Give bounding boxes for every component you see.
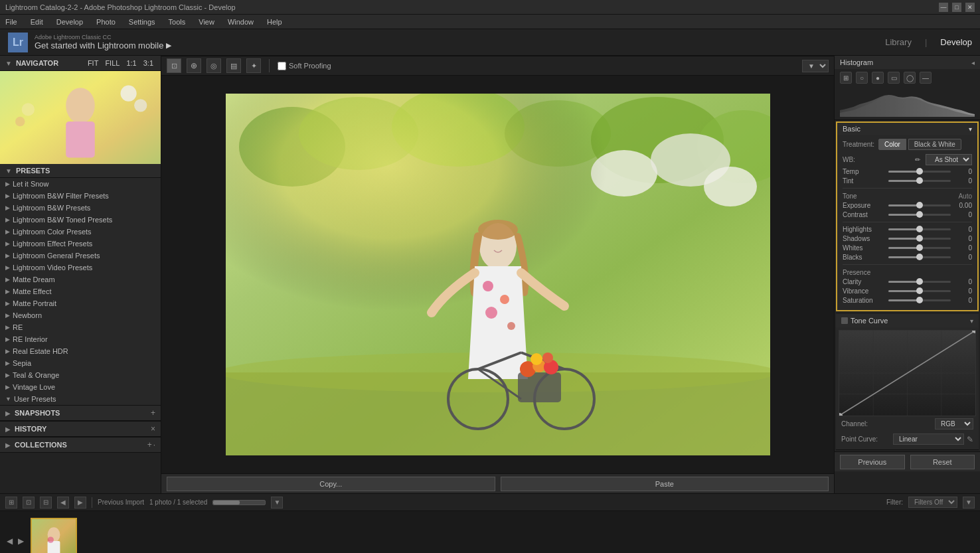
menu-settings[interactable]: Settings [126, 17, 158, 27]
preset-group-sepia[interactable]: ▶ Sepia [0, 357, 161, 369]
history-header[interactable]: ▶ History × [0, 422, 161, 437]
filter-select[interactable]: Filters Off [908, 497, 957, 508]
copy-button[interactable]: Copy... [167, 477, 495, 491]
nav-fit-btn[interactable]: FIT [86, 58, 101, 68]
clarity-thumb[interactable] [916, 278, 923, 285]
view-mode-dropdown[interactable]: ▼ [802, 60, 829, 72]
collections-menu-button[interactable]: · [153, 440, 155, 449]
paste-button[interactable]: Paste [501, 477, 829, 491]
menu-edit[interactable]: Edit [28, 17, 46, 27]
view-loupe-button[interactable]: ⊡ [23, 497, 35, 509]
nav-1to1-btn[interactable]: 1:1 [124, 58, 138, 68]
menu-tools[interactable]: Tools [166, 17, 189, 27]
tone-curve-graph[interactable] [839, 330, 976, 416]
preset-group-realestate[interactable]: ▶ Real Estate HDR [0, 345, 161, 357]
preset-group-vintagelove[interactable]: ▶ Vintage Love [0, 381, 161, 393]
maximize-button[interactable]: □ [952, 3, 961, 12]
shadows-track[interactable] [888, 238, 951, 240]
tint-thumb[interactable] [916, 177, 923, 184]
red-eye-button[interactable]: ◎ [206, 58, 221, 73]
previous-button[interactable]: Previous [840, 455, 905, 469]
menu-help[interactable]: Help [264, 17, 285, 27]
heal-tool-button[interactable]: ⊕ [187, 58, 201, 73]
tone-curve-header[interactable]: Tone Curve ▾ [836, 314, 979, 327]
crop-tool-button[interactable]: ⊡ [167, 58, 181, 73]
clarity-track[interactable] [888, 281, 951, 283]
preset-group-matteeffect[interactable]: ▶ Matte Effect [0, 285, 161, 297]
reset-button[interactable]: Reset [910, 455, 975, 469]
tc-channel-select[interactable]: RGB Red Green Blue [935, 418, 973, 430]
soft-proofing-toggle[interactable]: Soft Proofing [278, 62, 331, 70]
highlights-track[interactable] [888, 228, 951, 230]
preset-group-re[interactable]: ▶ RE [0, 321, 161, 333]
histogram-tool-5[interactable]: ◯ [904, 72, 916, 84]
history-clear-button[interactable]: × [151, 424, 155, 434]
auto-button[interactable]: Auto [958, 193, 972, 200]
snapshots-add-button[interactable]: + [151, 408, 155, 418]
whites-track[interactable] [888, 247, 951, 249]
preset-group-userpresets[interactable]: ▼ User Presets [0, 393, 161, 405]
preset-group-bwfilter[interactable]: ▶ Lightroom B&W Filter Presets [0, 190, 161, 202]
histogram-tool-1[interactable]: ⊞ [840, 72, 852, 84]
tab-library[interactable]: Library [885, 37, 912, 47]
vibrance-thumb[interactable] [916, 287, 923, 294]
grad-filter-button[interactable]: ▤ [226, 58, 241, 73]
tint-track[interactable] [888, 180, 951, 182]
filter-expand[interactable]: ▼ [963, 497, 975, 509]
navigator-header[interactable]: ▼ Navigator FIT FILL 1:1 3:1 [0, 56, 161, 71]
histogram-collapse-icon[interactable]: ◂ [971, 59, 975, 66]
menu-file[interactable]: File [3, 17, 20, 27]
histogram-tool-2[interactable]: ○ [856, 72, 868, 84]
blacks-track[interactable] [888, 256, 951, 258]
mobile-text[interactable]: Get started with Lightroom mobile [35, 40, 163, 50]
nav-back-button[interactable]: ◀ [57, 497, 69, 509]
nav-3to1-btn[interactable]: 3:1 [141, 58, 155, 68]
filmstrip-forward[interactable]: ▶ [17, 535, 25, 547]
color-treatment-button[interactable]: Color [878, 139, 906, 150]
menu-window[interactable]: Window [225, 17, 256, 27]
view-grid-button[interactable]: ⊞ [5, 497, 17, 509]
contrast-thumb[interactable] [916, 211, 923, 218]
temp-thumb[interactable] [916, 168, 923, 175]
nav-fill-btn[interactable]: FILL [103, 58, 122, 68]
menu-photo[interactable]: Photo [94, 17, 118, 27]
preset-group-bwtoned[interactable]: ▶ Lightroom B&W Toned Presets [0, 214, 161, 226]
tc-edit-button[interactable]: ✎ [967, 435, 973, 444]
basic-panel-header[interactable]: Basic ▾ [837, 123, 977, 135]
view-compare-button[interactable]: ⊟ [40, 497, 52, 509]
histogram-tool-3[interactable]: ● [872, 72, 884, 84]
contrast-track[interactable] [888, 214, 951, 216]
vibrance-track[interactable] [888, 290, 951, 292]
preset-group-reinterior[interactable]: ▶ RE Interior [0, 333, 161, 345]
wb-eyedropper[interactable]: ✏ [912, 155, 923, 165]
filmstrip-dropdown[interactable]: ▼ [271, 497, 283, 509]
nav-forward-button[interactable]: ▶ [74, 497, 86, 509]
filmstrip-frame-1[interactable] [31, 518, 77, 554]
tc-linear-select[interactable]: Linear Medium Contrast Strong Contrast [893, 434, 964, 445]
histogram-tool-4[interactable]: ▭ [888, 72, 900, 84]
bw-treatment-button[interactable]: Black & White [908, 139, 961, 150]
menu-develop[interactable]: Develop [54, 17, 86, 27]
tab-develop[interactable]: Develop [940, 37, 972, 47]
preset-group-matteportrait[interactable]: ▶ Matte Portrait [0, 297, 161, 309]
presets-header[interactable]: ▼ Presets [0, 164, 161, 178]
preset-group-color[interactable]: ▶ Lightroom Color Presets [0, 226, 161, 238]
preset-group-effect[interactable]: ▶ Lightroom Effect Presets [0, 238, 161, 250]
collections-header[interactable]: ▶ Collections + · [0, 437, 161, 453]
brush-button[interactable]: ✦ [246, 58, 261, 73]
temp-track[interactable] [888, 171, 951, 173]
exposure-thumb[interactable] [916, 202, 923, 208]
preset-group-letitsnow[interactable]: ▶ Let it Snow [0, 178, 161, 190]
preset-group-bw[interactable]: ▶ Lightroom B&W Presets [0, 202, 161, 214]
saturation-thumb[interactable] [916, 297, 923, 303]
histogram-header[interactable]: Histogram ◂ [835, 56, 980, 69]
minimize-button[interactable]: — [939, 3, 948, 12]
whites-thumb[interactable] [916, 244, 923, 251]
saturation-track[interactable] [888, 299, 951, 301]
preset-group-tealorange[interactable]: ▶ Teal & Orange [0, 369, 161, 381]
preset-group-newborn[interactable]: ▶ Newborn [0, 309, 161, 321]
exposure-track[interactable] [888, 204, 951, 206]
highlights-thumb[interactable] [916, 226, 923, 232]
histogram-tool-6[interactable]: — [920, 72, 932, 84]
soft-proofing-checkbox[interactable] [278, 62, 286, 70]
